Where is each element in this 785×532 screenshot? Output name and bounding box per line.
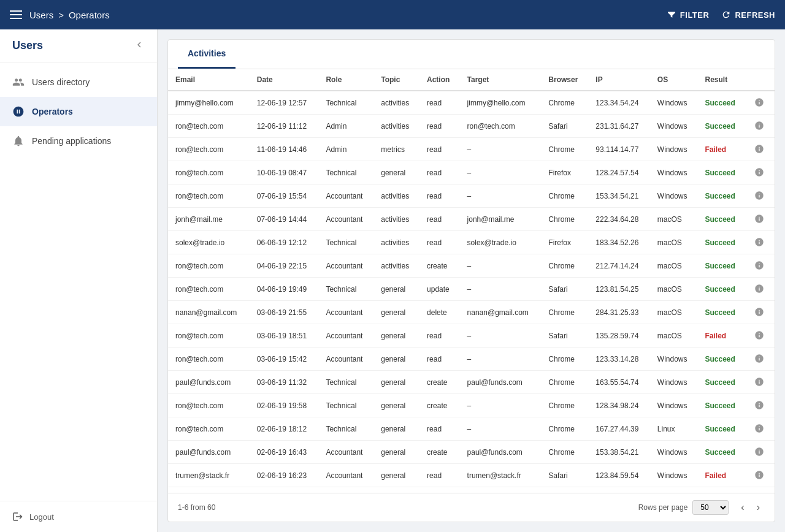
cell-info: [746, 394, 775, 417]
cell-result: Succeed: [698, 278, 746, 301]
cell-browser: Chrome: [541, 208, 588, 231]
sidebar: Users Users directory Operators Pending …: [0, 29, 158, 532]
cell-topic: general: [373, 301, 419, 324]
next-page-button[interactable]: ›: [752, 500, 765, 515]
info-button[interactable]: [753, 120, 765, 132]
cell-browser: Chrome: [541, 371, 588, 394]
sidebar-item-pending-applications[interactable]: Pending applications: [0, 126, 157, 156]
cell-topic: general: [373, 441, 419, 464]
cell-topic: general: [373, 348, 419, 371]
tab-activities[interactable]: Activities: [178, 40, 236, 69]
col-role: Role: [318, 69, 373, 91]
info-button[interactable]: [753, 236, 765, 248]
cell-os: Windows: [650, 441, 698, 464]
cell-action: read: [419, 208, 460, 231]
sidebar-item-users-directory[interactable]: Users directory: [0, 67, 157, 97]
info-button[interactable]: [753, 352, 765, 365]
col-browser: Browser: [541, 69, 588, 91]
cell-target: nanan@gmail.com: [460, 301, 542, 324]
pagination-right: Rows per page 50 25 100 ‹ ›: [638, 500, 765, 515]
info-button[interactable]: [753, 166, 765, 178]
cell-date: 12-06-19 12:57: [250, 91, 319, 115]
cell-action: read: [419, 161, 460, 184]
cell-role: Accountant: [318, 184, 373, 208]
rows-per-page-select[interactable]: 50 25 100: [692, 500, 729, 515]
info-button[interactable]: [753, 213, 765, 225]
info-button[interactable]: [753, 422, 765, 435]
info-button[interactable]: [753, 376, 765, 388]
info-button[interactable]: [753, 96, 765, 108]
info-button[interactable]: [753, 446, 765, 458]
table-row: solex@trade.io02-06-19 16:12Technicalgen…: [168, 487, 775, 493]
cell-browser: Chrome: [541, 394, 588, 417]
info-button[interactable]: [753, 329, 765, 341]
cell-ip: 123.34.54.24: [588, 91, 650, 115]
info-button[interactable]: [753, 143, 765, 155]
cell-info: [746, 301, 775, 324]
cell-role: Accountant: [318, 208, 373, 231]
cell-action: read: [419, 487, 460, 493]
cell-action: read: [419, 138, 460, 161]
cell-role: Accountant: [318, 324, 373, 348]
cell-topic: general: [373, 464, 419, 487]
info-button[interactable]: [753, 469, 765, 481]
cell-os: macOS: [650, 301, 698, 324]
col-date: Date: [250, 69, 319, 91]
sidebar-collapse-button[interactable]: [134, 39, 145, 52]
cell-topic: metrics: [373, 138, 419, 161]
cell-os: Windows: [650, 371, 698, 394]
cell-email: solex@trade.io: [168, 231, 250, 254]
col-info: [746, 69, 775, 91]
table-row: paul@funds.com02-06-19 16:43Accountantge…: [168, 441, 775, 464]
cell-ip: 128.24.57.54: [588, 161, 650, 184]
breadcrumb-parent[interactable]: Users: [29, 10, 53, 20]
cell-action: read: [419, 348, 460, 371]
pagination-info: 1-6 from 60: [178, 503, 215, 512]
cell-os: Windows: [650, 464, 698, 487]
cell-date: 07-06-19 14:44: [250, 208, 319, 231]
cell-ip: 212.74.14.24: [588, 254, 650, 278]
sidebar-item-pending-label: Pending applications: [32, 136, 111, 146]
rows-per-page-label: Rows per page: [638, 503, 688, 512]
info-button[interactable]: [753, 189, 765, 202]
cell-browser: Firefox: [541, 161, 588, 184]
sidebar-item-users-directory-label: Users directory: [32, 77, 90, 87]
cell-action: read: [419, 324, 460, 348]
menu-icon[interactable]: [10, 10, 22, 19]
cell-action: read: [419, 417, 460, 441]
cell-target: ron@tech.com: [460, 115, 542, 138]
cell-role: Admin: [318, 115, 373, 138]
cell-result: Succeed: [698, 371, 746, 394]
info-button[interactable]: [753, 306, 765, 318]
cell-email: jimmy@hello.com: [168, 91, 250, 115]
info-button[interactable]: [753, 283, 765, 295]
sidebar-title: Users: [12, 39, 43, 52]
cell-date: 11-06-19 14:46: [250, 138, 319, 161]
cell-topic: general: [373, 417, 419, 441]
cell-date: 02-06-19 18:12: [250, 417, 319, 441]
pagination-bar: 1-6 from 60 Rows per page 50 25 100 ‹ ›: [168, 493, 775, 522]
page-nav: ‹ ›: [736, 500, 765, 515]
logout-button[interactable]: Logout: [12, 511, 145, 522]
info-button[interactable]: [753, 259, 765, 272]
cell-topic: general: [373, 278, 419, 301]
prev-page-button[interactable]: ‹: [736, 500, 749, 515]
cell-email: paul@funds.com: [168, 371, 250, 394]
sidebar-item-operators[interactable]: Operators: [0, 97, 157, 126]
cell-browser: Safari: [541, 278, 588, 301]
refresh-button[interactable]: REFRESH: [721, 10, 775, 20]
col-target: Target: [460, 69, 542, 91]
cell-action: delete: [419, 301, 460, 324]
cell-topic: activities: [373, 231, 419, 254]
cell-email: ron@tech.com: [168, 115, 250, 138]
cell-os: Windows: [650, 161, 698, 184]
cell-topic: general: [373, 394, 419, 417]
info-button[interactable]: [753, 399, 765, 411]
cell-date: 04-06-19 19:49: [250, 278, 319, 301]
cell-result: Succeed: [698, 91, 746, 115]
activities-table-wrapper: Email Date Role Topic Action Target Brow…: [168, 69, 775, 493]
filter-button[interactable]: FILTER: [667, 10, 710, 20]
cell-result: Succeed: [698, 208, 746, 231]
cell-role: Technical: [318, 417, 373, 441]
cell-target: solex@trade.io: [460, 231, 542, 254]
